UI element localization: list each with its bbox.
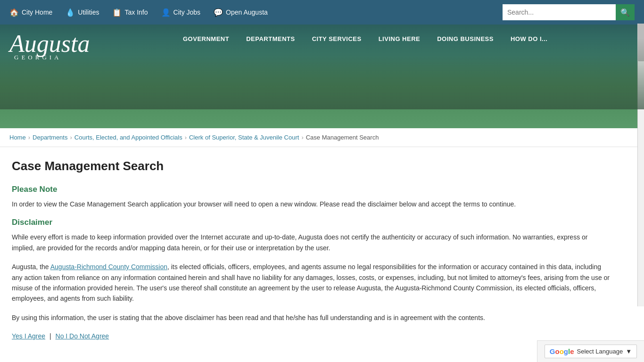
- city-home-label: City Home: [22, 8, 52, 16]
- top-nav-tax-info[interactable]: 📋Tax Info: [112, 8, 148, 17]
- breadcrumb-separator: ›: [301, 134, 303, 141]
- main-navigation: GOVERNMENTDEPARTMENTSCITY SERVICESLIVING…: [174, 25, 644, 53]
- header: Augusta GEORGIA GOVERNMENTDEPARTMENTSCIT…: [0, 25, 644, 128]
- select-language-label: Select Language: [577, 348, 623, 355]
- disclaimer-text-2: Augusta, the Augusta-Richmond County Com…: [12, 262, 611, 304]
- main-nav-doing-business[interactable]: DOING BUSINESS: [429, 25, 502, 53]
- bc-courts[interactable]: Courts, Elected, and Appointed Officials: [74, 134, 182, 141]
- main-nav-living-here[interactable]: LIVING HERE: [370, 25, 429, 53]
- breadcrumb-separator: ›: [185, 134, 187, 141]
- google-translate-button[interactable]: Google Select Language ▼: [545, 345, 637, 358]
- disclaimer-text-1: While every effort is made to keep infor…: [12, 232, 611, 253]
- bc-current: Case Management Search: [306, 134, 379, 141]
- tax-info-label: Tax Info: [124, 8, 148, 16]
- logo-cursive: Augusta: [9, 32, 90, 56]
- breadcrumb-separator: ›: [70, 134, 72, 141]
- no-agree-link[interactable]: No I Do Not Agree: [56, 332, 109, 340]
- top-nav-city-jobs[interactable]: 👤City Jobs: [161, 8, 201, 17]
- utilities-icon: 💧: [66, 8, 75, 17]
- bc-home[interactable]: Home: [9, 134, 26, 141]
- google-g-icon: Google: [550, 347, 574, 355]
- top-nav-utilities[interactable]: 💧Utilities: [66, 8, 99, 17]
- top-bar-navigation: 🏠City Home💧Utilities📋Tax Info👤City Jobs💬…: [9, 8, 488, 17]
- main-nav-how-do-i[interactable]: HOW DO I...: [502, 25, 556, 53]
- breadcrumb: Home›Departments›Courts, Elected, and Ap…: [0, 128, 644, 147]
- yes-agree-link[interactable]: Yes I Agree: [12, 332, 45, 340]
- agree-separator: |: [50, 332, 51, 340]
- main-nav-city-services[interactable]: CITY SERVICES: [304, 25, 370, 53]
- city-home-icon: 🏠: [9, 8, 19, 17]
- disclaimer-heading: Disclaimer: [12, 218, 611, 227]
- content-area: Case Management Search Please Note In or…: [0, 147, 622, 359]
- page-title: Case Management Search: [12, 159, 611, 173]
- disclaimer-text-3: By using this information, the user is s…: [12, 313, 611, 323]
- utilities-label: Utilities: [78, 8, 99, 16]
- please-note-text: In order to view the Case Management Sea…: [12, 199, 611, 209]
- bc-clerk[interactable]: Clerk of Superior, State & Juvenile Cour…: [189, 134, 299, 141]
- bottom-bar: Google Select Language ▼: [537, 340, 644, 362]
- search-button[interactable]: 🔍: [616, 4, 635, 20]
- chevron-down-icon: ▼: [626, 348, 632, 355]
- disclaimer-pre: Augusta, the: [12, 263, 50, 271]
- top-nav-city-home[interactable]: 🏠City Home: [9, 8, 52, 17]
- bc-departments[interactable]: Departments: [33, 134, 67, 141]
- open-augusta-label: Open Augusta: [226, 8, 268, 16]
- main-nav-government[interactable]: GOVERNMENT: [174, 25, 238, 53]
- search-input[interactable]: [503, 4, 616, 20]
- please-note-heading: Please Note: [12, 185, 611, 194]
- logo-area[interactable]: Augusta GEORGIA: [9, 32, 90, 61]
- logo-text: Augusta GEORGIA: [9, 32, 90, 61]
- breadcrumb-separator: ›: [28, 134, 30, 141]
- open-augusta-icon: 💬: [214, 8, 223, 17]
- city-jobs-label: City Jobs: [173, 8, 201, 16]
- tax-info-icon: 📋: [112, 8, 122, 17]
- search-container: 🔍: [503, 4, 635, 20]
- top-nav-open-augusta[interactable]: 💬Open Augusta: [214, 8, 268, 17]
- city-jobs-icon: 👤: [161, 8, 171, 17]
- arc-commission-link[interactable]: Augusta-Richmond County Commission: [50, 263, 167, 271]
- top-bar: 🏠City Home💧Utilities📋Tax Info👤City Jobs💬…: [0, 0, 644, 25]
- main-nav-departments[interactable]: DEPARTMENTS: [238, 25, 303, 53]
- agree-section: Yes I Agree | No I Do Not Agree: [12, 332, 611, 340]
